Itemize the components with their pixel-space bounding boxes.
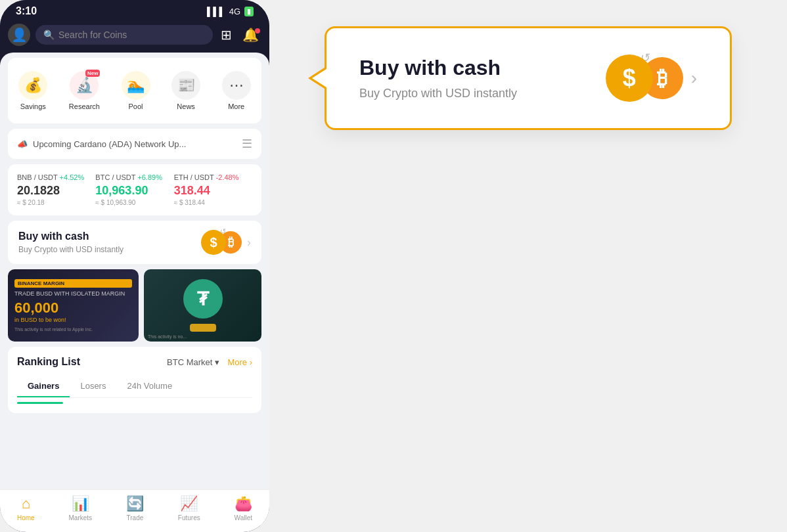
eth-price: 318.44: [174, 184, 247, 198]
popup-title: Buy with cash: [359, 56, 517, 80]
research-label: Research: [69, 102, 100, 110]
home-icon: ⌂: [22, 495, 30, 512]
battery-icon: ▮: [244, 7, 254, 16]
bnb-usd: ≈ $ 20.18: [17, 199, 90, 206]
signal-icon: ▌▌▌: [207, 7, 225, 16]
phone-mockup: 3:10 ▌▌▌ 4G ▮ 👤 🔍 Search for Coins ⊞ 🔔 💰: [0, 0, 269, 532]
bnb-pair: BNB / USDT +4.52%: [17, 173, 90, 181]
dollar-coin-icon: $: [201, 230, 226, 255]
bell-wrapper[interactable]: 🔔: [240, 27, 261, 43]
pool-icon: 🏊: [122, 71, 150, 100]
user-icon: 👤: [11, 27, 28, 43]
eth-usd: ≈ $ 318.44: [174, 199, 247, 206]
wallet-icon: 👛: [235, 495, 252, 512]
avatar[interactable]: 👤: [8, 24, 30, 46]
status-bar: 3:10 ▌▌▌ 4G ▮: [0, 0, 269, 20]
nav-trade[interactable]: 🔄 Trade: [126, 495, 144, 521]
ranking-section: Ranking List BTC Market ▾ More › Gainers: [8, 347, 261, 413]
announcement-bar[interactable]: 📣 Upcoming Cardano (ADA) Network Up... ☰: [8, 129, 261, 159]
banner-disclaimer: This activity is not related to Apple In…: [14, 327, 132, 332]
chevron-right-icon: ›: [247, 236, 251, 250]
announcement-content: 📣 Upcoming Cardano (ADA) Network Up...: [17, 139, 186, 149]
list-icon: ☰: [242, 137, 252, 151]
network-label: 4G: [229, 7, 240, 16]
trade-label: Trade: [127, 514, 144, 521]
tether-icon: ₮: [183, 279, 223, 319]
market-selector[interactable]: BTC Market ▾: [167, 357, 219, 367]
more-label: More: [228, 102, 244, 110]
chevron-down-icon: ▾: [215, 357, 219, 367]
buy-cash-subtitle: Buy Crypto with USD instantly: [18, 245, 124, 254]
buy-cash-popup[interactable]: Buy with cash Buy Crypto with USD instan…: [325, 26, 732, 130]
market-label: BTC Market: [167, 357, 212, 367]
bnb-price: 20.1828: [17, 184, 90, 198]
news-label: News: [177, 102, 195, 110]
buy-cash-right: $ ↺ ₿ ›: [201, 230, 251, 255]
banner-margin[interactable]: BINANCE MARGIN TRADE BUSD WITH ISOLATED …: [8, 269, 139, 342]
popup-subtitle: Buy Crypto with USD instantly: [359, 87, 517, 100]
ticker-eth[interactable]: ETH / USDT -2.48% 318.44 ≈ $ 318.44: [174, 173, 252, 206]
top-nav: 👤 🔍 Search for Coins ⊞ 🔔: [0, 20, 269, 53]
futures-label: Futures: [178, 514, 200, 521]
new-badge: New: [85, 70, 100, 77]
ranking-header: Ranking List BTC Market ▾ More ›: [17, 356, 252, 368]
scan-icon[interactable]: ⊞: [218, 24, 235, 45]
banner-amount: 60,000: [14, 299, 132, 317]
eth-pair: ETH / USDT -2.48%: [174, 173, 247, 181]
notification-dot: [255, 28, 260, 33]
popup-chevron-icon: ›: [691, 68, 697, 89]
futures-icon: 📈: [180, 495, 198, 512]
more-icon: ⋯: [222, 71, 251, 100]
sidebar-item-savings[interactable]: 💰 Savings: [18, 71, 47, 110]
buy-with-cash-card[interactable]: Buy with cash Buy Crypto with USD instan…: [8, 221, 261, 264]
nav-futures[interactable]: 📈 Futures: [178, 495, 200, 521]
sidebar-item-news[interactable]: 📰 News: [171, 71, 200, 110]
markets-icon: 📊: [72, 495, 89, 512]
sidebar-item-research[interactable]: 🔬 New Research: [69, 71, 100, 110]
search-bar[interactable]: 🔍 Search for Coins: [35, 25, 213, 45]
status-time: 3:10: [16, 5, 37, 17]
quick-actions-row: 💰 Savings 🔬 New Research 🏊 Pool 📰: [8, 66, 261, 116]
trade-icon: 🔄: [126, 495, 144, 512]
announcement-text: Upcoming Cardano (ADA) Network Up...: [33, 139, 186, 149]
search-placeholder: Search for Coins: [58, 30, 127, 40]
ticker-bnb[interactable]: BNB / USDT +4.52% 20.1828 ≈ $ 20.18: [17, 173, 95, 206]
right-panel: Buy with cash Buy Crypto with USD instan…: [269, 0, 787, 156]
quick-actions-card: 💰 Savings 🔬 New Research 🏊 Pool 📰: [8, 58, 261, 123]
banner-currency: in BUSD to be won!: [14, 317, 132, 323]
btc-usd: ≈ $ 10,963.90: [95, 199, 168, 206]
tab-24h-volume[interactable]: 24h Volume: [116, 376, 183, 397]
wallet-label: Wallet: [235, 514, 252, 521]
popup-right: $ ↺ ₿ ›: [606, 55, 697, 102]
nav-markets[interactable]: 📊 Markets: [69, 495, 93, 521]
cash-coin-icons: $ ↺ ₿: [201, 230, 242, 255]
popup-coin-group: $ ↺ ₿: [606, 55, 683, 102]
tab-losers[interactable]: Losers: [70, 376, 116, 397]
sidebar-item-more[interactable]: ⋯ More: [222, 71, 251, 110]
research-icon: 🔬 New: [70, 71, 99, 100]
home-label: Home: [17, 514, 35, 521]
bottom-nav: ⌂ Home 📊 Markets 🔄 Trade 📈 Futures 👛 Wal…: [0, 489, 269, 532]
btc-pair: BTC / USDT +6.89%: [95, 173, 168, 181]
tether-visual: ₮: [183, 279, 223, 332]
popup-text: Buy with cash Buy Crypto with USD instan…: [359, 56, 517, 100]
pool-label: Pool: [129, 102, 143, 110]
ticker-btc[interactable]: BTC / USDT +6.89% 10,963.90 ≈ $ 10,963.9…: [95, 173, 173, 206]
banner-tagline: TRADE BUSD WITH ISOLATED MARGIN: [14, 290, 132, 297]
sidebar-item-pool[interactable]: 🏊 Pool: [122, 71, 150, 110]
savings-icon: 💰: [18, 71, 47, 100]
ranking-more-link[interactable]: More ›: [227, 357, 252, 367]
nav-wallet[interactable]: 👛 Wallet: [235, 495, 252, 521]
phone-content: 💰 Savings 🔬 New Research 🏊 Pool 📰: [0, 53, 269, 525]
buy-cash-title: Buy with cash: [18, 231, 124, 242]
tab-gainers[interactable]: Gainers: [17, 376, 70, 397]
tab-indicator: [17, 402, 63, 404]
nav-home[interactable]: ⌂ Home: [17, 495, 35, 521]
banner-tether[interactable]: ₮ This activity is no...: [144, 269, 261, 342]
price-ticker: BNB / USDT +4.52% 20.1828 ≈ $ 20.18 BTC …: [8, 164, 261, 215]
banner-badge: BINANCE MARGIN: [14, 279, 132, 288]
ranking-title: Ranking List: [17, 356, 80, 368]
popup-dollar-coin: $: [606, 55, 653, 102]
search-icon: 🔍: [43, 30, 55, 40]
tether-bar: [190, 324, 216, 332]
